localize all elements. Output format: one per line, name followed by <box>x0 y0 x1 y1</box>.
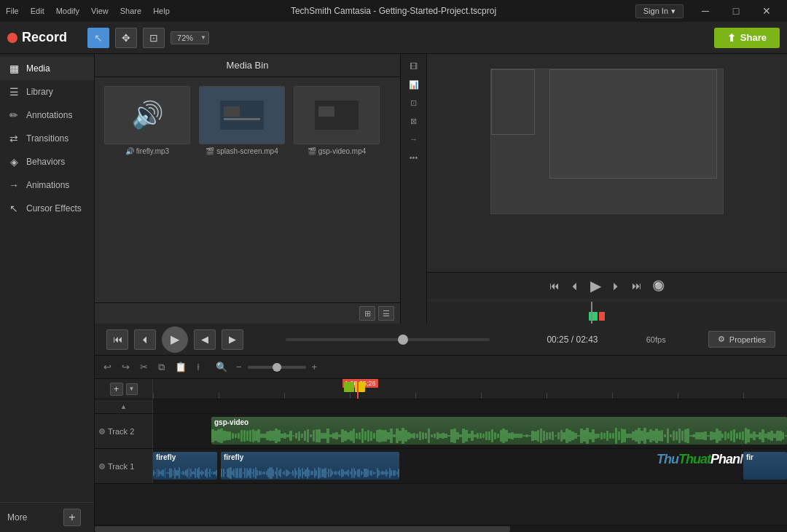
menu-help[interactable]: Help <box>153 7 170 15</box>
move-tool[interactable]: ✥ <box>115 28 137 48</box>
more-button[interactable]: More + <box>0 502 94 532</box>
next-button[interactable]: ▶ <box>222 329 243 350</box>
firefly-clip-1[interactable]: firefly <box>153 452 217 480</box>
playhead-line <box>357 379 359 399</box>
chart-tool[interactable]: 📊 <box>404 77 423 93</box>
split-button[interactable]: ⫲ <box>194 360 203 375</box>
ruler-ticks: 1:00:25;26 0:00:00;000:00:10;000:00:20;0… <box>153 379 787 399</box>
expand-tool[interactable]: ⊡ <box>404 95 423 111</box>
top-row: Media Bin 🔊 🔊 firefly.mp3 <box>95 54 787 324</box>
sidebar-label-media: Media <box>26 63 50 74</box>
minimize-button[interactable]: ─ <box>691 0 720 22</box>
gear-icon: ⚙ <box>718 335 725 344</box>
add-panel-button[interactable]: + <box>63 509 81 526</box>
properties-label: Properties <box>729 335 766 344</box>
preview-panel: 🎞 📊 ⊡ ⊠ → ••• <box>401 54 787 324</box>
copy-button[interactable]: ⧉ <box>155 360 168 375</box>
track2-label: Track 2 <box>95 414 153 448</box>
more-tool[interactable]: ••• <box>404 149 423 165</box>
track2-controls: ▲ <box>95 399 787 414</box>
timeline-ruler: + ▼ 1:00:25;26 0:00:00;000:00:10;000:00:… <box>95 379 787 399</box>
splash-thumbnail <box>199 86 285 144</box>
play-button[interactable]: ▶ <box>587 275 604 296</box>
undo-button[interactable]: ↩ <box>101 360 114 374</box>
record-button[interactable]: Record <box>7 30 67 45</box>
select-tool[interactable]: ↖ <box>87 28 109 48</box>
media-item-gsp[interactable]: 🎬 gsp-video.mp4 <box>293 86 380 155</box>
track1-content: firefly firefly ThuThuatPhanMem.vn <box>153 449 787 483</box>
preview-main: 🎞 📊 ⊡ ⊠ → ••• <box>401 54 787 324</box>
zoom-selector[interactable]: 72% <box>171 31 209 44</box>
menu-file[interactable]: File <box>6 7 19 15</box>
zoom-slider[interactable] <box>248 366 306 369</box>
zoom-out-button[interactable]: − <box>233 360 245 374</box>
menu-modify[interactable]: Modify <box>56 7 79 15</box>
film-tool[interactable]: 🎞 <box>404 58 423 74</box>
preview-controls: ⏮ ⏴ ▶ ⏵ ⏭ 🔘 <box>427 272 787 299</box>
expand-tracks-button[interactable]: ▼ <box>126 383 138 395</box>
svg-rect-2 <box>224 118 260 120</box>
prev-button[interactable]: ◀ <box>194 329 216 350</box>
properties-button[interactable]: ⚙ Properties <box>708 331 775 348</box>
sidebar-item-transitions[interactable]: ⇄ Transitions <box>0 127 94 150</box>
menu-share[interactable]: Share <box>120 7 141 15</box>
menu-edit[interactable]: Edit <box>31 7 44 15</box>
paste-button[interactable]: 📋 <box>172 360 189 374</box>
sidebar-item-cursor-effects[interactable]: ↖ Cursor Effects <box>0 197 94 220</box>
firefly-clip-2[interactable]: firefly <box>221 452 399 480</box>
sidebar-label-cursor-effects: Cursor Effects <box>26 203 82 214</box>
scrub-handle[interactable] <box>398 335 408 345</box>
arrow-tool[interactable]: → <box>404 131 423 147</box>
sidebar-item-annotations[interactable]: ✏ Annotations <box>0 103 94 127</box>
sidebar-item-animations[interactable]: → Animations <box>0 173 94 197</box>
preview-video-area <box>490 69 724 214</box>
record-indicator <box>7 33 17 43</box>
cut-button[interactable]: ✂ <box>137 360 151 374</box>
gsp-waveform <box>211 427 787 445</box>
sidebar-item-behaviors[interactable]: ◈ Behaviors <box>0 150 94 173</box>
rewind-button[interactable]: ⏮ <box>106 329 128 350</box>
menu-view[interactable]: View <box>91 7 109 15</box>
zoom-in-button[interactable]: + <box>309 360 321 374</box>
sidebar-item-library[interactable]: ☰ Library <box>0 80 94 103</box>
restore-button[interactable]: □ <box>721 0 751 22</box>
titlebar: File Edit Modify View Share Help TechSmi… <box>0 0 787 22</box>
firefly-clip-3[interactable]: fir <box>743 452 787 480</box>
step-forward-btn[interactable]: ⏵ <box>608 278 624 293</box>
media-item-splash[interactable]: 🎬 splash-screen.mp4 <box>198 86 286 155</box>
zoom-search-button[interactable]: 🔍 <box>213 360 230 374</box>
main-toolbar: Record ↖ ✥ ⊡ 72% ⬆ Share <box>0 22 787 54</box>
share-button[interactable]: ⬆ Share <box>714 28 780 48</box>
track2-expand[interactable]: ▲ <box>120 403 127 410</box>
crop-tool[interactable]: ⊡ <box>143 28 165 48</box>
crop-preview-tool[interactable]: ⊠ <box>404 113 423 129</box>
track-row-1: Track 1 firefly firefly <box>95 449 787 484</box>
grid-view-button[interactable]: ⊞ <box>359 306 375 321</box>
add-track-button[interactable]: + <box>110 383 123 396</box>
horizontal-scrollbar[interactable] <box>95 525 787 532</box>
firefly-thumbnail: 🔊 <box>104 86 190 144</box>
skip-forward-btn[interactable]: ⏭ <box>629 278 645 293</box>
redo-button[interactable]: ↪ <box>119 360 133 374</box>
close-button[interactable]: ✕ <box>752 0 781 22</box>
signin-button[interactable]: Sign In ▾ <box>635 4 684 18</box>
scroll-thumb[interactable] <box>95 526 510 532</box>
window-title: TechSmith Camtasia - Getting-Started-Pro… <box>291 6 496 16</box>
timeline-scrub[interactable] <box>286 338 490 341</box>
cursor-effects-icon: ↖ <box>7 203 20 214</box>
sidebar: ▦ Media ☰ Library ✏ Annotations ⇄ Transi… <box>0 54 95 532</box>
sidebar-item-media[interactable]: ▦ Media <box>0 57 94 80</box>
step-back-button[interactable]: ⏴ <box>134 329 156 350</box>
skip-back-btn[interactable]: ⏮ <box>547 278 563 293</box>
list-view-button[interactable]: ☰ <box>378 306 394 321</box>
volume-btn[interactable]: 🔘 <box>649 278 667 293</box>
gsp-video-clip[interactable]: gsp-video <box>211 417 787 445</box>
step-back-btn[interactable]: ⏴ <box>567 278 583 293</box>
media-icon: ▦ <box>7 63 20 74</box>
preview-canvas: ⏮ ⏴ ▶ ⏵ ⏭ 🔘 <box>427 54 787 324</box>
sidebar-label-annotations: Annotations <box>26 110 72 120</box>
main-play-button[interactable]: ▶ <box>162 326 188 353</box>
media-item-firefly[interactable]: 🔊 🔊 firefly.mp3 <box>103 86 191 155</box>
media-bin-content: 🔊 🔊 firefly.mp3 <box>95 77 400 302</box>
zoom-dropdown[interactable]: 72% <box>171 31 209 44</box>
